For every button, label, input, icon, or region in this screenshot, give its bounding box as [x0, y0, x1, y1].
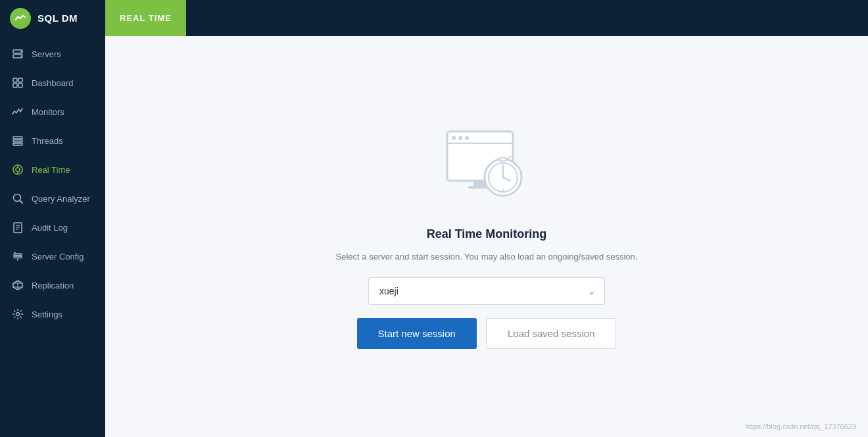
sidebar-label-replication: Replication — [32, 281, 74, 290]
sidebar-label-server-config: Server Config — [32, 252, 84, 262]
realtime-icon — [12, 164, 24, 175]
svg-point-3 — [20, 56, 22, 57]
sidebar-label-audit-log: Audit Log — [32, 223, 68, 233]
svg-rect-21 — [14, 254, 22, 256]
sidebar-label-query-analyzer: Query Analyzer — [32, 194, 90, 204]
sidebar-item-query-analyzer[interactable]: Query Analyzer — [0, 184, 105, 213]
footer-link: https://blog.csdn.net/qq_17376623 — [745, 423, 856, 430]
svg-point-2 — [20, 51, 22, 53]
realtime-illustration — [441, 125, 533, 210]
sidebar-label-monitors: Monitors — [32, 107, 64, 117]
svg-rect-8 — [13, 137, 22, 139]
sidebar-label-settings: Settings — [32, 310, 62, 319]
threads-icon — [12, 135, 24, 147]
card-subtitle: Select a server and start session. You m… — [336, 252, 638, 262]
replication-icon — [12, 279, 24, 291]
server-icon — [12, 48, 24, 60]
svg-line-16 — [20, 201, 23, 204]
svg-point-12 — [16, 168, 20, 172]
load-saved-session-button[interactable]: Load saved session — [486, 318, 617, 349]
svg-rect-9 — [13, 140, 22, 142]
content-area: Real Time Monitoring Select a server and… — [105, 36, 868, 437]
sidebar-item-threads[interactable]: Threads — [0, 126, 105, 155]
svg-rect-10 — [13, 143, 22, 145]
sidebar-label-threads: Threads — [32, 136, 63, 146]
sidebar-label-dashboard: Dashboard — [32, 78, 74, 88]
sidebar-item-replication[interactable]: Replication — [0, 271, 105, 300]
svg-rect-5 — [18, 78, 22, 82]
monitors-icon — [12, 106, 24, 118]
sidebar-item-realtime[interactable]: Real Time — [0, 155, 105, 184]
start-new-session-button[interactable]: Start new session — [357, 318, 477, 349]
sidebar: Servers Dashboard Monitors — [0, 36, 105, 437]
svg-rect-22 — [14, 256, 22, 258]
svg-point-33 — [465, 136, 469, 140]
logo-area: SQL DM — [0, 8, 105, 29]
card-title: Real Time Monitoring — [427, 227, 547, 241]
sidebar-item-audit-log[interactable]: Audit Log — [0, 213, 105, 242]
sidebar-item-monitors[interactable]: Monitors — [0, 97, 105, 126]
dashboard-icon — [12, 77, 24, 89]
server-select-wrapper: xueji ⌄ — [368, 277, 605, 305]
svg-rect-7 — [18, 83, 22, 87]
auditlog-icon — [12, 221, 24, 233]
sidebar-label-realtime: Real Time — [32, 165, 70, 175]
top-header: SQL DM REAL TIME — [0, 0, 868, 36]
sidebar-item-servers[interactable]: Servers — [0, 39, 105, 68]
svg-rect-6 — [13, 83, 17, 87]
serverconfig-icon — [12, 250, 24, 262]
center-card: Real Time Monitoring Select a server and… — [336, 125, 638, 349]
action-buttons: Start new session Load saved session — [357, 318, 617, 349]
svg-point-32 — [458, 136, 462, 140]
query-icon — [12, 193, 24, 204]
svg-point-31 — [452, 136, 456, 140]
real-time-tab[interactable]: REAL TIME — [105, 0, 186, 36]
sidebar-item-dashboard[interactable]: Dashboard — [0, 68, 105, 97]
server-select[interactable]: xueji — [368, 277, 605, 305]
sidebar-item-settings[interactable]: Settings — [0, 300, 105, 329]
sidebar-item-server-config[interactable]: Server Config — [0, 242, 105, 271]
svg-rect-41 — [500, 158, 506, 161]
svg-rect-4 — [13, 78, 17, 82]
app-title: SQL DM — [37, 12, 78, 24]
svg-point-15 — [14, 195, 21, 202]
main-layout: Servers Dashboard Monitors — [0, 36, 868, 437]
sidebar-label-servers: Servers — [32, 49, 61, 59]
logo-icon — [10, 8, 31, 29]
svg-point-29 — [16, 313, 20, 316]
settings-icon — [12, 308, 24, 320]
